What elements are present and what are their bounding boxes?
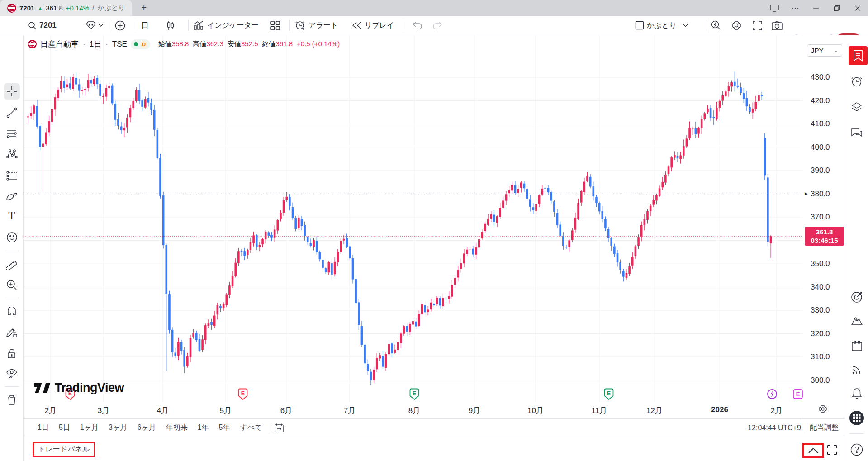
- last-price-value: 361.8: [805, 228, 844, 236]
- fib-retracement-tool-button[interactable]: [4, 125, 20, 142]
- interval-button[interactable]: 日: [141, 16, 149, 35]
- chat-button[interactable]: [849, 125, 865, 141]
- range-button[interactable]: 6ヶ月: [133, 421, 160, 434]
- currency-label: JPY: [811, 47, 824, 54]
- browser-tab[interactable]: 7201 ▲ 361.8 +0.14% / かぶとり: [0, 0, 132, 16]
- replay-button[interactable]: リプレイ: [352, 16, 394, 35]
- right-sidebar: [845, 35, 868, 461]
- drawing-mode-button[interactable]: [4, 324, 20, 340]
- watchlist-button[interactable]: [849, 46, 868, 65]
- axis-settings-button[interactable]: [818, 404, 828, 414]
- settings-button[interactable]: [731, 16, 742, 35]
- data-window-button[interactable]: [849, 99, 865, 115]
- redo-icon: [432, 21, 442, 29]
- calendar-button[interactable]: [849, 337, 865, 354]
- window-close-button[interactable]: [847, 0, 868, 16]
- event-badge-earnings[interactable]: E: [238, 388, 248, 400]
- grid-layout-icon: [270, 21, 280, 30]
- expand-panel-button[interactable]: [802, 443, 824, 458]
- symbol-search-button[interactable]: 7201: [28, 16, 57, 35]
- remove-drawings-button[interactable]: [4, 392, 20, 408]
- range-button[interactable]: 3ヶ月: [104, 421, 131, 434]
- window-restore-button[interactable]: [826, 0, 847, 16]
- minds-button[interactable]: [849, 313, 865, 329]
- maximize-panel-button[interactable]: [827, 445, 837, 455]
- redo-button[interactable]: [432, 16, 442, 35]
- tradingview-mark-icon: [34, 382, 51, 394]
- time-axis[interactable]: 2月3月4月5月6月7月8月9月10月11月12月20262月: [24, 402, 803, 418]
- chart-type-button[interactable]: [166, 16, 175, 35]
- news-feed-button[interactable]: [849, 361, 865, 378]
- candlestick-icon: [166, 20, 175, 30]
- event-badge-flash[interactable]: [767, 388, 778, 400]
- measure-tool-button[interactable]: [4, 256, 20, 272]
- alert-button[interactable]: アラート: [295, 16, 338, 35]
- trend-line-tool-button[interactable]: [4, 105, 20, 121]
- market-status-pill[interactable]: D: [131, 39, 150, 49]
- lock-drawings-button[interactable]: [4, 346, 20, 362]
- hide-drawings-button[interactable]: [4, 366, 20, 382]
- fullscreen-button[interactable]: [753, 16, 762, 35]
- event-badge-badge-e[interactable]: E: [792, 388, 803, 400]
- time-tick-label: 2026: [711, 405, 728, 414]
- browser-menu-icon[interactable]: ⋯: [785, 0, 806, 16]
- price-tick-label: 430.0: [811, 73, 830, 82]
- undo-button[interactable]: [413, 16, 422, 35]
- range-button[interactable]: 5日: [55, 421, 74, 434]
- alarm-plus-icon: [295, 20, 306, 31]
- apps-menu-button[interactable]: [849, 410, 865, 426]
- chevron-down-icon: [683, 24, 688, 27]
- cast-icon[interactable]: [764, 0, 785, 16]
- notifications-button[interactable]: [849, 385, 865, 402]
- magnet-tool-button[interactable]: [4, 304, 20, 320]
- search-symbol-value: 7201: [39, 21, 57, 30]
- xabcd-pattern-icon: [6, 149, 18, 160]
- time-tick-label: 6月: [280, 405, 292, 416]
- range-button[interactable]: 1ヶ月: [76, 421, 103, 434]
- ideas-button[interactable]: [849, 289, 865, 305]
- event-badge-earnings[interactable]: E: [604, 388, 614, 400]
- smiley-icon: [6, 232, 18, 243]
- clock-time[interactable]: 12:04:44 UTC+9: [748, 424, 801, 432]
- brush-tool-button[interactable]: [4, 188, 20, 204]
- zoom-in-tool-button[interactable]: [4, 277, 20, 293]
- tab-price: 361.8: [46, 4, 63, 12]
- change-value: +0.5 (+0.14%): [297, 40, 340, 48]
- indicators-button[interactable]: インジケーター: [194, 16, 259, 35]
- layout-select-button[interactable]: かぶとり: [635, 16, 688, 35]
- event-badge-earnings[interactable]: E: [409, 388, 420, 400]
- tab-change: +0.14%: [66, 4, 89, 12]
- pattern-tool-button[interactable]: [4, 146, 20, 162]
- alarm-clock-icon: [851, 76, 863, 87]
- tradingview-logo[interactable]: TradingView: [34, 381, 124, 395]
- window-minimize-button[interactable]: [806, 0, 826, 16]
- dividend-adjust-toggle[interactable]: 配当調整: [809, 423, 839, 432]
- chart-legend[interactable]: 日産自動車 · 1日 · TSE D 始値358.8 高値362.3 安値352…: [28, 39, 340, 49]
- range-button[interactable]: 1日: [33, 421, 53, 434]
- crosshair-tool-button[interactable]: [4, 83, 20, 100]
- new-tab-button[interactable]: +: [138, 2, 150, 14]
- position-tool-button[interactable]: [4, 167, 20, 184]
- chart-area[interactable]: 日産自動車 · 1日 · TSE D 始値358.8 高値362.3 安値352…: [24, 35, 845, 461]
- watchlist-flag-button[interactable]: [86, 16, 103, 35]
- compare-add-button[interactable]: [115, 16, 125, 35]
- range-button[interactable]: 年初来: [162, 421, 192, 434]
- zoom-in-icon: [6, 280, 17, 290]
- range-button[interactable]: 5年: [215, 421, 234, 434]
- alerts-button[interactable]: [849, 73, 865, 90]
- candlestick-chart[interactable]: [24, 35, 803, 402]
- quick-search-button[interactable]: [711, 16, 721, 35]
- crosshair-icon: [6, 86, 17, 97]
- help-button[interactable]: [849, 442, 865, 458]
- goto-date-button[interactable]: [274, 423, 284, 433]
- currency-button[interactable]: JPY ⌄: [807, 44, 842, 57]
- snapshot-button[interactable]: [772, 16, 783, 35]
- text-tool-button[interactable]: T: [4, 208, 20, 224]
- trade-panel-button[interactable]: トレードパネル: [33, 442, 95, 457]
- level-arrow-icon: ▶: [805, 191, 808, 196]
- range-button[interactable]: すべて: [236, 421, 266, 434]
- layout-grid-button[interactable]: [270, 16, 280, 35]
- price-axis[interactable]: JPY ⌄ 430.0420.0410.0400.0390.0380.0▶370…: [803, 35, 845, 418]
- range-button[interactable]: 1年: [194, 421, 213, 434]
- emoji-tool-button[interactable]: [4, 229, 20, 245]
